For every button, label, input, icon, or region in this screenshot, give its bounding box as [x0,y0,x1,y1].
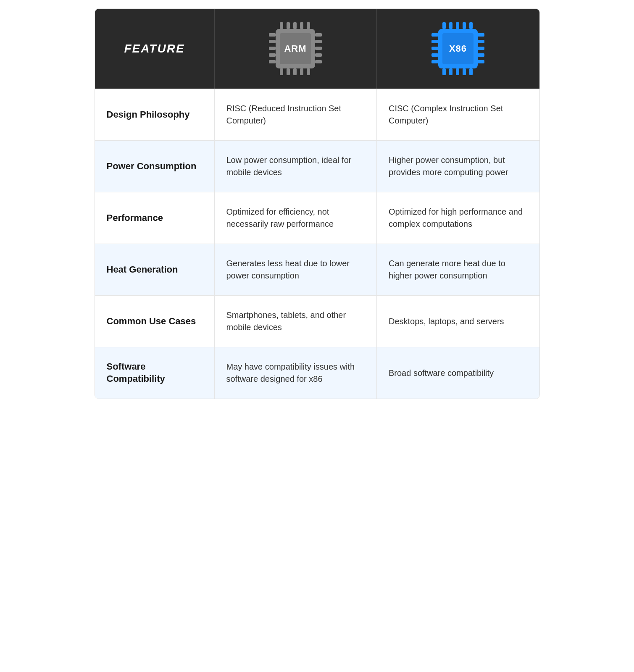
arm-value-cell-design-philosophy: RISC (Reduced Instruction Set Computer) [215,89,377,140]
arm-value-cell-common-use-cases: Smartphones, tablets, and other mobile d… [215,296,377,347]
svg-rect-8 [300,68,303,75]
feature-label-heat-generation: Heat Generation [107,264,178,276]
svg-rect-1 [287,22,290,29]
svg-rect-15 [315,33,322,37]
x86-header-cell: X86 [377,9,539,89]
svg-rect-17 [315,47,322,50]
arm-value-text-power-consumption: Low power consumption, ideal for mobile … [226,154,365,178]
comparison-table: FEATURE [95,8,540,399]
svg-rect-28 [442,68,446,75]
feature-label-common-use-cases: Common Use Cases [107,315,196,328]
x86-value-text-power-consumption: Higher power consumption, but provides m… [389,154,528,178]
feature-label-power-consumption: Power Consumption [107,160,197,173]
feature-header-cell: FEATURE [95,9,215,89]
svg-rect-7 [293,68,297,75]
arm-chip-container: ARM [268,21,323,76]
svg-rect-13 [269,53,276,57]
svg-rect-18 [315,53,322,57]
svg-rect-2 [293,22,297,29]
svg-rect-38 [478,33,484,37]
arm-value-text-software-compatibility: May have compatibility issues with softw… [226,361,365,385]
table-header: FEATURE [95,9,539,89]
svg-rect-34 [431,40,438,43]
x86-chip-icon: X86 [431,21,485,76]
arm-value-text-performance: Optimized for efficiency, not necessaril… [226,206,365,230]
svg-rect-12 [269,47,276,50]
svg-rect-9 [307,68,310,75]
table-body: Design Philosophy RISC (Reduced Instruct… [95,89,539,399]
svg-rect-16 [315,40,322,43]
svg-rect-29 [449,68,452,75]
arm-value-text-common-use-cases: Smartphones, tablets, and other mobile d… [226,309,365,333]
x86-value-cell-performance: Optimized for high performance and compl… [377,192,539,244]
svg-rect-11 [269,40,276,43]
svg-rect-33 [431,33,438,37]
svg-text:X86: X86 [449,43,467,54]
svg-rect-37 [431,60,438,63]
feature-cell-design-philosophy: Design Philosophy [95,89,215,140]
svg-rect-32 [469,68,473,75]
x86-value-cell-heat-generation: Can generate more heat due to higher pow… [377,244,539,295]
svg-rect-30 [456,68,459,75]
table-row-performance: Performance Optimized for efficiency, no… [95,192,539,244]
x86-value-text-heat-generation: Can generate more heat due to higher pow… [389,257,528,282]
svg-rect-24 [449,22,452,29]
svg-rect-31 [463,68,466,75]
feature-cell-common-use-cases: Common Use Cases [95,296,215,347]
svg-rect-40 [478,47,484,50]
svg-rect-25 [456,22,459,29]
svg-rect-19 [315,60,322,63]
x86-value-text-software-compatibility: Broad software compatibility [389,367,494,379]
svg-rect-6 [287,68,290,75]
x86-value-cell-design-philosophy: CISC (Complex Instruction Set Computer) [377,89,539,140]
svg-rect-41 [478,53,484,57]
arm-chip-icon: ARM [268,21,323,76]
x86-value-text-common-use-cases: Desktops, laptops, and servers [389,315,504,328]
svg-rect-36 [431,53,438,57]
feature-cell-performance: Performance [95,192,215,244]
x86-chip-container: X86 [431,21,485,76]
arm-value-cell-software-compatibility: May have compatibility issues with softw… [215,347,377,399]
arm-value-text-design-philosophy: RISC (Reduced Instruction Set Computer) [226,102,365,127]
arm-value-cell-heat-generation: Generates less heat due to lower power c… [215,244,377,295]
svg-rect-35 [431,47,438,50]
svg-rect-4 [307,22,310,29]
svg-rect-27 [469,22,473,29]
svg-rect-14 [269,60,276,63]
svg-rect-10 [269,33,276,37]
table-row-power-consumption: Power Consumption Low power consumption,… [95,140,539,192]
table-row-common-use-cases: Common Use Cases Smartphones, tablets, a… [95,295,539,347]
feature-header-label: FEATURE [124,42,184,55]
x86-value-text-performance: Optimized for high performance and compl… [389,206,528,230]
feature-label-performance: Performance [107,212,163,224]
svg-text:ARM: ARM [284,43,307,54]
feature-cell-power-consumption: Power Consumption [95,141,215,192]
x86-value-cell-power-consumption: Higher power consumption, but provides m… [377,141,539,192]
svg-rect-26 [463,22,466,29]
svg-rect-0 [280,22,283,29]
x86-value-cell-software-compatibility: Broad software compatibility [377,347,539,399]
feature-label-design-philosophy: Design Philosophy [107,109,190,121]
svg-rect-23 [442,22,446,29]
table-row-software-compatibility: Software Compatibility May have compatib… [95,347,539,399]
arm-header-cell: ARM [215,9,377,89]
svg-rect-39 [478,40,484,43]
svg-rect-5 [280,68,283,75]
feature-cell-heat-generation: Heat Generation [95,244,215,295]
table-row-design-philosophy: Design Philosophy RISC (Reduced Instruct… [95,89,539,140]
feature-label-software-compatibility: Software Compatibility [107,361,203,385]
svg-rect-42 [478,60,484,63]
x86-value-text-design-philosophy: CISC (Complex Instruction Set Computer) [389,102,528,127]
feature-cell-software-compatibility: Software Compatibility [95,347,215,399]
svg-rect-3 [300,22,303,29]
x86-value-cell-common-use-cases: Desktops, laptops, and servers [377,296,539,347]
table-row-heat-generation: Heat Generation Generates less heat due … [95,244,539,295]
arm-value-cell-performance: Optimized for efficiency, not necessaril… [215,192,377,244]
arm-value-cell-power-consumption: Low power consumption, ideal for mobile … [215,141,377,192]
arm-value-text-heat-generation: Generates less heat due to lower power c… [226,257,365,282]
